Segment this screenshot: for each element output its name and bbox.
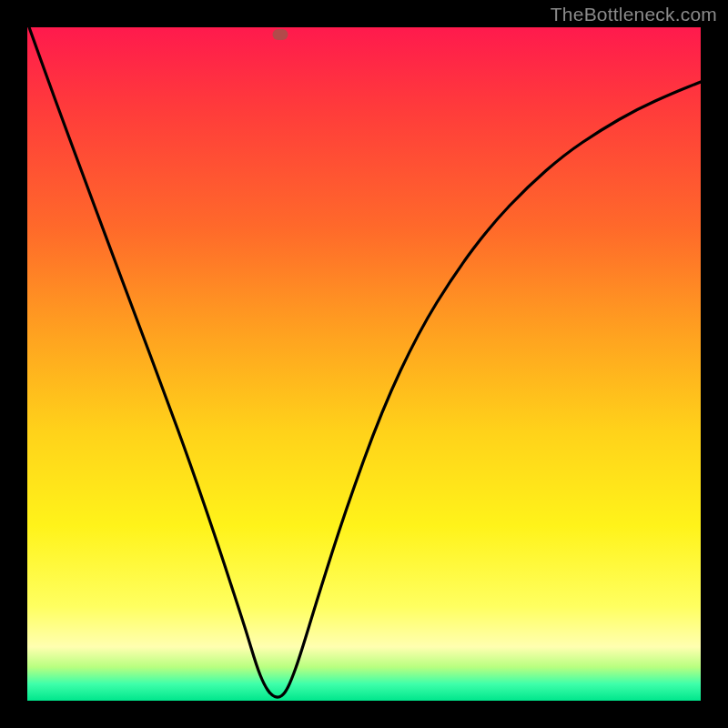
watermark-text: TheBottleneck.com: [551, 4, 717, 25]
chart-frame: [0, 0, 728, 728]
